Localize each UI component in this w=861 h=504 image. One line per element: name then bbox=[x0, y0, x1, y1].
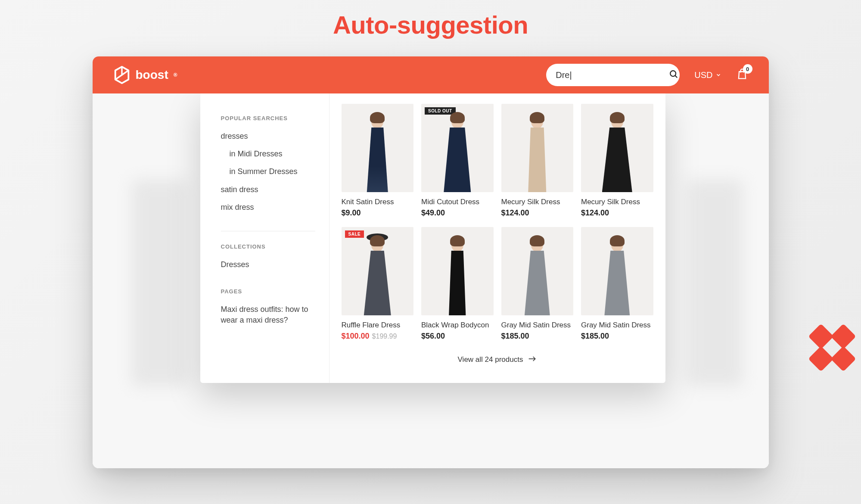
cart-button[interactable]: 0 bbox=[736, 68, 748, 82]
product-card[interactable]: Mecury Silk Dress$124.00 bbox=[501, 104, 574, 218]
popular-search-item[interactable]: in Midi Dresses bbox=[221, 145, 315, 163]
decorative-diamonds bbox=[812, 327, 852, 368]
product-image: SOLD OUT bbox=[421, 104, 494, 192]
brand-name: boost bbox=[136, 68, 168, 82]
view-all-label: View all 24 products bbox=[458, 355, 523, 364]
product-price: $185.00 bbox=[501, 332, 574, 341]
product-image bbox=[581, 227, 653, 315]
product-title: Black Wrap Bodycon bbox=[421, 320, 494, 330]
product-price: $124.00 bbox=[581, 208, 653, 218]
product-price: $56.00 bbox=[421, 332, 494, 341]
app-window: boost® USD 0 bbox=[93, 56, 769, 468]
cart-count-badge: 0 bbox=[743, 64, 752, 74]
product-card[interactable]: Gray Mid Satin Dress$185.00 bbox=[581, 227, 653, 341]
product-title: Midi Cutout Dress bbox=[421, 197, 494, 207]
product-title: Knit Satin Dress bbox=[342, 197, 414, 207]
search-field[interactable] bbox=[546, 64, 680, 86]
product-title: Gray Mid Satin Dress bbox=[581, 320, 653, 330]
product-price: $100.00$199.99 bbox=[342, 332, 414, 341]
divider bbox=[221, 231, 315, 231]
pages-section: PAGES Maxi dress outfits: how to wear a … bbox=[221, 288, 315, 329]
currency-selector[interactable]: USD bbox=[694, 70, 721, 80]
arrow-right-icon bbox=[528, 355, 537, 364]
product-title: Mecury Silk Dress bbox=[501, 197, 574, 207]
product-card[interactable]: Knit Satin Dress$9.00 bbox=[342, 104, 414, 218]
popular-search-item[interactable]: satin dress bbox=[221, 181, 315, 199]
product-card[interactable]: Gray Mid Satin Dress$185.00 bbox=[501, 227, 574, 341]
page-item[interactable]: Maxi dress outfits: how to wear a maxi d… bbox=[221, 301, 315, 329]
product-title: Gray Mid Satin Dress bbox=[501, 320, 574, 330]
pages-heading: PAGES bbox=[221, 288, 315, 295]
product-card[interactable]: SOLD OUTMidi Cutout Dress$49.00 bbox=[421, 104, 494, 218]
currency-label: USD bbox=[694, 70, 712, 80]
brand-logo[interactable]: boost® bbox=[113, 65, 177, 84]
background-blur bbox=[131, 180, 187, 386]
background-blur bbox=[687, 180, 743, 386]
suggestion-sidebar: POPULAR SEARCHES dressesin Midi Dressesi… bbox=[200, 93, 329, 383]
suggestion-products: Knit Satin Dress$9.00SOLD OUTMidi Cutout… bbox=[329, 93, 665, 383]
logo-icon bbox=[113, 65, 131, 84]
header-bar: boost® USD 0 bbox=[93, 56, 769, 93]
chevron-down-icon bbox=[715, 70, 721, 80]
product-image: SALE bbox=[342, 227, 414, 315]
svg-line-1 bbox=[675, 75, 677, 78]
collection-item[interactable]: Dresses bbox=[221, 256, 315, 274]
search-icon[interactable] bbox=[669, 69, 678, 81]
product-image bbox=[421, 227, 494, 315]
popular-search-item[interactable]: mix dress bbox=[221, 199, 315, 216]
product-card[interactable]: SALERuffle Flare Dress$100.00$199.99 bbox=[342, 227, 414, 341]
product-card[interactable]: Black Wrap Bodycon$56.00 bbox=[421, 227, 494, 341]
product-price: $124.00 bbox=[501, 208, 574, 218]
product-image bbox=[342, 104, 414, 192]
product-price: $49.00 bbox=[421, 208, 494, 218]
popular-search-item[interactable]: dresses bbox=[221, 128, 315, 145]
view-all-link[interactable]: View all 24 products bbox=[342, 341, 653, 374]
product-image bbox=[501, 227, 574, 315]
product-title: Ruffle Flare Dress bbox=[342, 320, 414, 330]
autosuggestion-dropdown: POPULAR SEARCHES dressesin Midi Dressesi… bbox=[200, 93, 665, 383]
product-image bbox=[581, 104, 653, 192]
product-price: $185.00 bbox=[581, 332, 653, 341]
popular-searches-section: POPULAR SEARCHES dressesin Midi Dressesi… bbox=[221, 115, 315, 216]
search-input[interactable] bbox=[556, 70, 665, 80]
product-title: Mecury Silk Dress bbox=[581, 197, 653, 207]
product-image bbox=[501, 104, 574, 192]
product-old-price: $199.99 bbox=[372, 333, 397, 340]
collections-heading: COLLECTIONS bbox=[221, 243, 315, 250]
svg-point-0 bbox=[670, 71, 676, 76]
popular-searches-heading: POPULAR SEARCHES bbox=[221, 115, 315, 121]
popular-search-item[interactable]: in Summer Dresses bbox=[221, 163, 315, 180]
brand-mark: ® bbox=[174, 72, 177, 78]
page-body: POPULAR SEARCHES dressesin Midi Dressesi… bbox=[93, 93, 769, 468]
product-price: $9.00 bbox=[342, 208, 414, 218]
product-card[interactable]: Mecury Silk Dress$124.00 bbox=[581, 104, 653, 218]
page-heading: Auto-suggestion bbox=[0, 0, 861, 39]
collections-section: COLLECTIONS Dresses bbox=[221, 243, 315, 274]
